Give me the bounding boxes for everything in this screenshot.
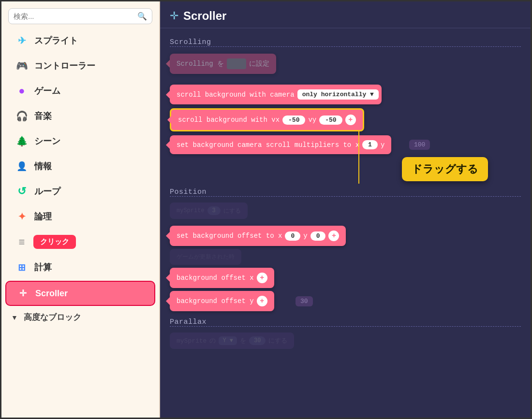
position-section-label: Position xyxy=(170,188,521,197)
sidebar-item-label: ループ xyxy=(34,186,60,197)
arrow-line xyxy=(358,130,359,184)
right-value-30: 30 xyxy=(296,296,313,306)
scroll-vx-value[interactable]: -50 xyxy=(282,116,305,125)
parallax-section: Parallax mySprite の Y ▼ を 30 にする xyxy=(170,318,521,351)
click-badge: クリック xyxy=(33,235,76,249)
blocks-area: Scrolling Scrolling を に設定 scroll backgro… xyxy=(160,29,531,414)
sprite-icon: ✈ xyxy=(15,34,29,47)
sidebar-item-music[interactable]: 🎧 音楽 xyxy=(5,104,155,128)
bg-offset-x-plus[interactable]: + xyxy=(257,273,267,283)
right-value-100: 100 xyxy=(409,140,430,150)
scroll-vx-block[interactable]: scroll background with vx -50 vy -50 + xyxy=(170,108,364,131)
sidebar-item-loop[interactable]: ↺ ループ xyxy=(5,180,155,203)
drag-tooltip-row: ドラッグする xyxy=(170,157,521,181)
parallax-block: mySprite の Y ▼ を 30 にする xyxy=(170,331,521,351)
page-title: Scroller xyxy=(183,9,226,23)
multipliers-y-label: y xyxy=(381,141,384,149)
sidebar-item-label: 音楽 xyxy=(34,110,52,122)
offset-y-value[interactable]: 0 xyxy=(310,231,326,241)
set-offset-text: set background offset to x xyxy=(177,232,282,240)
event-faded: ゲームが更新された時 xyxy=(170,249,521,265)
drag-tooltip: ドラッグする xyxy=(402,157,488,181)
sidebar-item-label: 計算 xyxy=(34,261,52,273)
search-icon: 🔍 xyxy=(137,12,147,21)
position-section: Position mySprite 3 にする set background o… xyxy=(170,188,521,311)
search-input[interactable] xyxy=(14,12,134,20)
scroll-camera-block[interactable]: scroll background with camera only horiz… xyxy=(170,85,382,104)
sidebar: 🔍 ✈ スプライト 🎮 コントローラー ● ゲーム 🎧 音楽 🌲 シーン 👤 情… xyxy=(1,1,160,419)
offset-plus[interactable]: + xyxy=(328,231,339,241)
sidebar-item-logic[interactable]: ✦ 論理 xyxy=(5,205,155,228)
offset-x-value[interactable]: 0 xyxy=(285,231,300,241)
sidebar-item-game[interactable]: ● ゲーム xyxy=(5,79,155,102)
controller-icon: 🎮 xyxy=(15,59,29,72)
calc-icon: ⊞ xyxy=(15,260,29,274)
search-bar[interactable]: 🔍 xyxy=(8,8,152,24)
music-icon: 🎧 xyxy=(15,109,29,123)
sidebar-item-calc[interactable]: ⊞ 計算 xyxy=(5,256,155,279)
sidebar-item-info[interactable]: 👤 情報 xyxy=(5,155,155,178)
bg-offset-x-block[interactable]: background offset x + xyxy=(170,268,274,288)
advanced-label: 高度なブロック xyxy=(24,312,81,323)
sidebar-item-advanced[interactable]: ▼ 高度なブロック xyxy=(1,307,159,328)
position-faded-block: mySprite 3 にする xyxy=(170,201,521,221)
set-offset-block[interactable]: set background offset to x 0 y 0 + xyxy=(170,226,346,246)
bg-offset-x-text: background offset x xyxy=(177,274,254,282)
sidebar-item-label: スプライト xyxy=(34,35,78,46)
scroller-icon: ✛ xyxy=(16,287,30,300)
sidebar-item-label: Scroller xyxy=(35,289,68,299)
sidebar-item-sprite[interactable]: ✈ スプライト xyxy=(5,29,155,52)
multipliers-x-val[interactable]: 1 xyxy=(362,140,378,149)
scroll-camera-text: scroll background with camera xyxy=(177,91,295,99)
sidebar-item-label: シーン xyxy=(34,135,60,147)
sidebar-item-scroller[interactable]: ✛ Scroller xyxy=(5,281,155,306)
offset-y-label: y xyxy=(303,232,307,240)
set-scrolling-ni: に設定 xyxy=(249,59,269,68)
bg-offset-y-plus[interactable]: + xyxy=(257,296,267,306)
sidebar-item-label: コントローラー xyxy=(34,60,95,72)
bg-offset-y-block[interactable]: background offset y + 30 xyxy=(170,291,274,311)
scroll-vx-text: scroll background with vx xyxy=(178,116,280,124)
multipliers-text: set background camera scroll multipliers… xyxy=(177,141,359,149)
sidebar-item-label: 論理 xyxy=(34,211,52,222)
scroll-vx-plus[interactable]: + xyxy=(345,115,356,125)
sidebar-item-list[interactable]: ≡ クリック xyxy=(5,230,155,254)
sidebar-item-label: ゲーム xyxy=(34,85,60,97)
set-scrolling-block: Scrolling を に設定 xyxy=(170,51,521,77)
main-content: ✛ Scroller Scrolling Scrolling を に設定 scr… xyxy=(160,1,531,419)
scene-icon: 🌲 xyxy=(15,134,29,148)
scroll-vy-value[interactable]: -50 xyxy=(319,116,342,125)
sidebar-item-scene[interactable]: 🌲 シーン xyxy=(5,130,155,153)
scroller-title-icon: ✛ xyxy=(170,10,178,22)
scrolling-section-label: Scrolling xyxy=(170,38,521,47)
bg-offset-y-text: background offset y xyxy=(177,297,254,305)
loop-icon: ↺ xyxy=(15,185,29,198)
vy-label: vy xyxy=(308,116,316,124)
logic-icon: ✦ xyxy=(15,210,29,223)
parallax-section-label: Parallax xyxy=(170,318,521,327)
chevron-down-icon: ▼ xyxy=(11,314,18,321)
set-scrolling-text: Scrolling を xyxy=(177,59,224,68)
sidebar-item-controller[interactable]: 🎮 コントローラー xyxy=(5,54,155,77)
sidebar-item-label: 情報 xyxy=(34,160,52,172)
list-icon: ≡ xyxy=(15,235,29,249)
game-icon: ● xyxy=(15,84,29,98)
main-header: ✛ Scroller xyxy=(160,1,531,29)
scroll-camera-dropdown[interactable]: only horizontally ▼ xyxy=(297,89,379,100)
info-icon: 👤 xyxy=(15,159,29,173)
